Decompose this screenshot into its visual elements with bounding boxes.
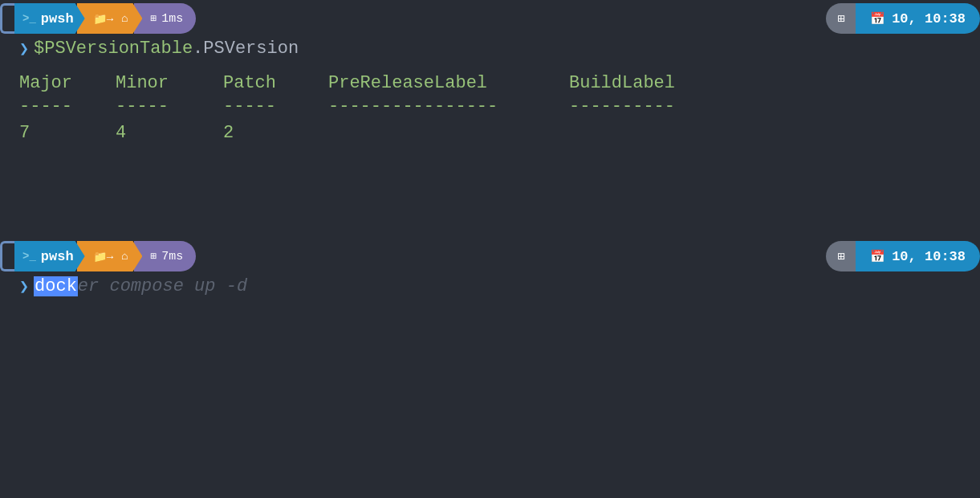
folder-icon-1: 📁→	[93, 12, 113, 26]
data-buildlabel	[569, 123, 730, 143]
time-icon-1: ⊞	[150, 12, 157, 25]
home-icon-1: ⌂	[121, 12, 128, 25]
time-value-1: 1ms	[161, 12, 183, 26]
right-segment-1: ⊞ 📅 10, 10:38	[826, 3, 980, 34]
data-prerelease	[328, 123, 569, 143]
time-value-2: 7ms	[161, 250, 183, 263]
data-major: 7	[19, 123, 116, 143]
right-segment-2: ⊞ 📅 10, 10:38	[826, 241, 980, 271]
table-separator-row: ----- ----- ----- ---------------- -----…	[19, 96, 961, 116]
win-icon-1: ⊞	[837, 11, 844, 27]
win-segment-2: ⊞	[826, 241, 856, 271]
sep-buildlabel: ----------	[569, 96, 730, 116]
time-icon-2: ⊞	[150, 250, 157, 263]
col-header-buildlabel: BuildLabel	[569, 73, 730, 93]
cal-icon-1: 📅	[870, 11, 885, 27]
command-text-2: docker compose up -d	[34, 276, 247, 296]
command-line-1: ❯ $PSVersionTable.PSVersion	[0, 35, 980, 59]
shell-label-1: pwsh	[41, 11, 74, 27]
ps-variable: $PSVersionTable	[34, 39, 193, 59]
col-header-prerelease: PreReleaseLabel	[328, 73, 569, 93]
home-icon-2: ⌂	[121, 250, 128, 263]
col-header-minor: Minor	[116, 73, 223, 93]
datetime-segment-1: 📅 10, 10:38	[856, 3, 980, 34]
command-line-2: ❯ docker compose up -d	[0, 273, 980, 296]
sep-patch: -----	[223, 96, 328, 116]
data-minor: 4	[116, 123, 223, 143]
table-data-row: 7 4 2	[19, 123, 961, 143]
folder-icon-2: 📁→	[93, 250, 113, 263]
cal-icon-2: 📅	[870, 249, 885, 264]
win-icon-2: ⊞	[837, 249, 844, 264]
shell-label-2: pwsh	[41, 249, 74, 264]
ghost-text: er compose up -d	[78, 276, 247, 296]
ps-member: .PSVersion	[193, 39, 299, 59]
col-header-major: Major	[19, 73, 116, 93]
prompt-bar-2: >_ pwsh 📁→ ⌂ ⊞ 7ms ⊞ 📅 10, 10:38	[14, 241, 980, 271]
shell-icon-1: >_	[22, 12, 36, 25]
shell-icon-2: >_	[22, 250, 36, 263]
terminal-block-1: >_ pwsh 📁→ ⌂ ⊞ 1ms ⊞ 📅 10, 10:38 ❯ $PSVe…	[0, 3, 980, 143]
prompt-arrow-2: ❯	[19, 276, 29, 296]
shell-segment-2: >_ pwsh	[14, 241, 85, 271]
command-text-1: $PSVersionTable.PSVersion	[34, 39, 299, 59]
datetime-value-2: 10, 10:38	[892, 249, 966, 264]
sep-prerelease: ----------------	[328, 96, 569, 116]
sep-major: -----	[19, 96, 116, 116]
win-segment-1: ⊞	[826, 3, 856, 34]
table-header-row: Major Minor Patch PreReleaseLabel BuildL…	[19, 73, 961, 93]
time-segment-2: ⊞ 7ms	[134, 241, 196, 271]
datetime-segment-2: 📅 10, 10:38	[856, 241, 980, 271]
col-header-patch: Patch	[223, 73, 328, 93]
data-patch: 2	[223, 123, 328, 143]
sep-minor: -----	[116, 96, 223, 116]
terminal-block-2: >_ pwsh 📁→ ⌂ ⊞ 7ms ⊞ 📅 10, 10:38 ❯ docke…	[0, 241, 980, 296]
cursor-word: dock	[34, 276, 78, 296]
prompt-arrow-1: ❯	[19, 39, 29, 59]
output-table-1: Major Minor Patch PreReleaseLabel BuildL…	[0, 59, 980, 143]
shell-segment-1: >_ pwsh	[14, 3, 85, 34]
dir-segment-1: 📁→ ⌂	[77, 3, 143, 34]
dir-segment-2: 📁→ ⌂	[77, 241, 143, 271]
time-segment-1: ⊞ 1ms	[134, 3, 196, 34]
prompt-bar-1: >_ pwsh 📁→ ⌂ ⊞ 1ms ⊞ 📅 10, 10:38	[14, 3, 980, 34]
datetime-value-1: 10, 10:38	[892, 11, 966, 27]
